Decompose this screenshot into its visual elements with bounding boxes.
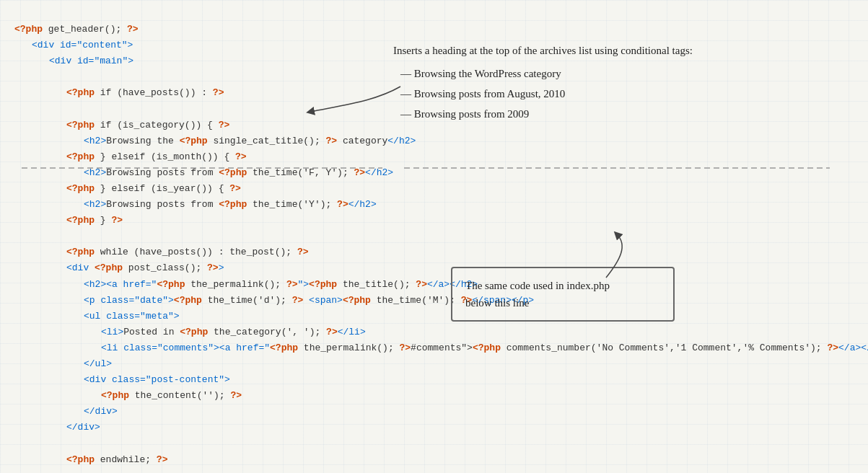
code-line: <h2>Browsing the <?php single_cat_title(… xyxy=(14,133,868,149)
code-line: <h2>Browsing posts from <?php the_time('… xyxy=(14,197,868,213)
code-line: <?php get_header(); ?> xyxy=(14,22,868,37)
code-line: <h2>Browsing posts from <?php the_time('… xyxy=(14,165,868,181)
box-line2: below this line xyxy=(465,294,660,311)
code-line: <?php endwhile; ?> xyxy=(14,452,868,468)
code-line: <?php } elseif (is_year()) { ?> xyxy=(14,181,868,197)
code-line: <div <?php post_class(); ?>> xyxy=(14,260,868,276)
code-line xyxy=(14,229,868,244)
code-line: <?php } ?> xyxy=(14,213,868,229)
bullet-2: — Browsing posts from August, 2010 xyxy=(400,85,693,102)
code-line: </ul> xyxy=(14,356,868,372)
code-line: <?php the_content(''); ?> xyxy=(14,388,868,404)
callout-annotation: Inserts a heading at the top of the arch… xyxy=(393,42,693,123)
code-line: </div> xyxy=(14,420,868,436)
code-line: <?php } elseif (is_month()) { ?> xyxy=(14,149,868,165)
code-line xyxy=(14,468,868,473)
code-line: <h2><a href="<?php the_permalink(); ?>">… xyxy=(14,277,868,293)
box-line1: The same code used in index.php xyxy=(465,277,660,294)
code-line: </div> xyxy=(14,404,868,420)
box-annotation: The same code used in index.php below th… xyxy=(451,267,675,322)
code-line: <li>Posted in <?php the_category(', '); … xyxy=(14,324,868,340)
code-line: <?php while (have_posts()) : the_post();… xyxy=(14,244,868,260)
code-line: <ul class="meta"> xyxy=(14,309,868,324)
code-line: <div class="post-content"> xyxy=(14,372,868,388)
code-line: <li class="comments"><a href="<?php the_… xyxy=(14,340,868,356)
bullet-3: — Browsing posts from 2009 xyxy=(400,105,693,123)
bullet-1: — Browsing the WordPress category xyxy=(400,65,693,82)
code-line xyxy=(14,436,868,451)
callout-title: Inserts a heading at the top of the arch… xyxy=(393,45,693,56)
code-line: <p class="date"><?php the_time('d'); ?> … xyxy=(14,293,868,309)
